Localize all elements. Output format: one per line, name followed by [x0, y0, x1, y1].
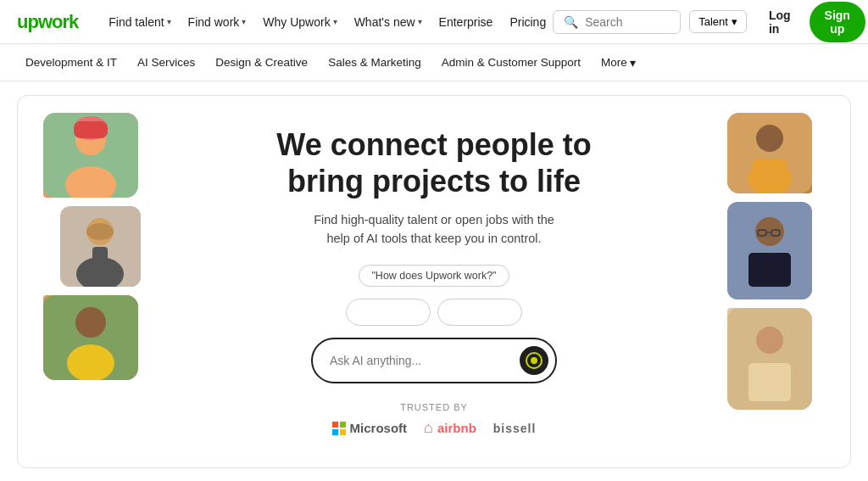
ai-search-input[interactable]: [330, 354, 511, 367]
nav-whats-new[interactable]: What's new ▾: [348, 10, 429, 34]
cat-sales-marketing[interactable]: Sales & Marketing: [320, 51, 430, 74]
nav-find-talent[interactable]: Find talent ▾: [102, 10, 177, 34]
suggestion-chip-3[interactable]: [437, 299, 522, 326]
hero-section: We connect people tobring projects to li…: [0, 95, 868, 468]
main-nav-links: Find talent ▾ Find work ▾ Why Upwork ▾ W…: [102, 10, 553, 34]
chevron-down-icon: ▾: [732, 15, 737, 28]
cat-admin-support[interactable]: Admin & Customer Support: [433, 51, 589, 74]
suggestion-chips: "How does Upwork work?": [276, 265, 591, 287]
category-nav: Development & IT AI Services Design & Cr…: [0, 44, 868, 81]
login-button[interactable]: Log in: [760, 3, 799, 41]
microsoft-logo: Microsoft: [332, 421, 408, 435]
chevron-down-icon: ▾: [242, 17, 246, 26]
talent-dropdown-button[interactable]: Talent ▾: [689, 10, 747, 33]
hero-center: We connect people tobring projects to li…: [276, 126, 591, 438]
search-bar[interactable]: 🔍: [553, 10, 681, 34]
brand-logos: Microsoft ⌂ airbnb bissell: [276, 419, 591, 437]
profile-image-1: [43, 113, 138, 198]
search-icon: 🔍: [564, 15, 578, 29]
nav-pricing[interactable]: Pricing: [503, 10, 553, 34]
ai-icon: [526, 352, 542, 369]
nav-enterprise[interactable]: Enterprise: [432, 10, 500, 34]
chevron-down-icon: ▾: [333, 17, 337, 26]
svg-rect-4: [74, 121, 108, 138]
nav-why-upwork[interactable]: Why Upwork ▾: [256, 10, 343, 34]
suggestion-chip-2[interactable]: [346, 299, 431, 326]
trusted-by-section: TRUSTED BY Microsoft ⌂ airbnb: [276, 402, 591, 437]
trusted-by-label: TRUSTED BY: [276, 402, 591, 412]
nav-find-work[interactable]: Find work ▾: [181, 10, 253, 34]
chevron-down-icon: ▾: [630, 56, 636, 70]
top-nav: upwork Find talent ▾ Find work ▾ Why Upw…: [0, 0, 868, 44]
profile-image-3: [43, 295, 138, 380]
profile-image-2: [60, 206, 141, 287]
upwork-logo[interactable]: upwork: [17, 11, 78, 33]
svg-point-24: [756, 327, 783, 354]
svg-rect-19: [748, 253, 791, 287]
svg-point-14: [756, 125, 783, 152]
svg-point-11: [75, 307, 106, 338]
hero-left-images: [43, 96, 141, 380]
profile-image-4: [727, 113, 812, 193]
bissell-logo: bissell: [493, 422, 537, 435]
auth-links: Log in Sign up: [760, 2, 865, 42]
hero-subtitle: Find high-quality talent or open jobs wi…: [276, 211, 591, 249]
cat-design-creative[interactable]: Design & Creative: [207, 51, 316, 74]
svg-point-12: [67, 344, 114, 380]
chevron-down-icon: ▾: [418, 17, 422, 26]
svg-rect-9: [92, 247, 108, 271]
svg-point-7: [86, 223, 114, 240]
ai-submit-button[interactable]: [520, 346, 548, 375]
search-input[interactable]: [585, 15, 670, 29]
hero-title: We connect people tobring projects to li…: [276, 126, 591, 199]
svg-rect-16: [753, 159, 787, 185]
cat-more[interactable]: More ▾: [593, 51, 644, 75]
ai-search-bar[interactable]: [311, 338, 557, 383]
airbnb-logo: ⌂ airbnb: [424, 419, 476, 437]
signup-button[interactable]: Sign up: [810, 2, 865, 42]
hero-right-images: [727, 96, 825, 410]
svg-rect-25: [748, 363, 791, 401]
airbnb-icon: ⌂: [424, 419, 433, 437]
cat-development-it[interactable]: Development & IT: [17, 51, 125, 74]
chevron-down-icon: ▾: [167, 17, 171, 26]
microsoft-icon: [332, 422, 346, 435]
profile-image-6: [727, 308, 812, 410]
profile-image-5: [727, 202, 812, 299]
suggestion-chip-1[interactable]: "How does Upwork work?": [359, 265, 509, 287]
cat-ai-services[interactable]: AI Services: [129, 51, 203, 74]
